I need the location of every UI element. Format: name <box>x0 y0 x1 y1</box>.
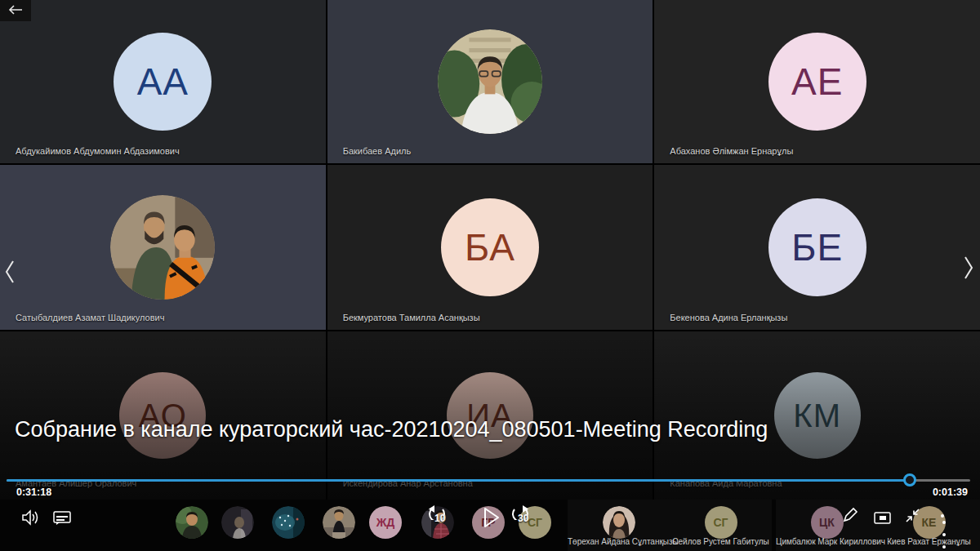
tile-kanapova: КМ Канапова Аида Маратовна <box>654 331 980 500</box>
participant-name: Сатыбалдиев Азамат Шадикулович <box>16 313 164 322</box>
captions-icon <box>53 516 71 528</box>
back-arrow-icon <box>7 4 24 18</box>
initials-text: КМ <box>793 398 841 434</box>
ellipsis-icon <box>941 514 944 518</box>
rewind-10-button[interactable]: 10 <box>426 505 459 531</box>
photo-avatar-orange-hoodie <box>110 195 215 300</box>
photo-avatar-man-palms <box>438 29 542 134</box>
initials-text: БЕ <box>791 225 843 269</box>
strip-group-kiev: КЕ Киев Рахат Ержанұлы <box>878 500 980 551</box>
back-button[interactable] <box>0 0 31 21</box>
avatar-initials: АО <box>119 372 206 459</box>
avatar-initials: БА <box>441 198 539 296</box>
initials-text: АЕ <box>791 60 843 104</box>
tile-abakhanov: АЕ Абаханов Әлімжан Ернарұлы <box>654 0 980 163</box>
video-title: Собрание в канале кураторский час-202102… <box>15 417 768 442</box>
tile-bakibaev: Бакибаев Адиль <box>327 0 653 163</box>
strip-initials-avatar: ЖД <box>369 506 402 539</box>
strip-photo-avatar <box>176 506 208 539</box>
strip-group-tsimbalyuk: ЦК Цимбалюк Марк Кириллович <box>776 500 878 551</box>
tile-abdukayimov: АА Абдукайимов Абдумомин Абдазимович <box>0 0 326 163</box>
avatar-initials: КМ <box>774 372 861 459</box>
tile-amantaev: АО Амантаев Алишер Оралович <box>0 331 326 500</box>
edit-button[interactable] <box>841 506 859 527</box>
strip-participant-name: Цимбалюк Марк Кириллович <box>776 537 878 546</box>
initials-text: ЖД <box>376 516 395 529</box>
strip-photo-avatar <box>272 506 305 539</box>
video-player: АА Абдукайимов Абдумомин Абдазимович <box>0 0 980 551</box>
player-control-bar: ЖД ГР СГ 10 <box>0 500 980 551</box>
avatar-initials: БЕ <box>768 198 866 296</box>
strip-participant-name: Киев Рахат Ержанұлы <box>878 537 980 546</box>
strip-group-seilov: СГ Сейлов Рустем Габитулы <box>670 500 772 551</box>
play-button[interactable] <box>483 507 501 531</box>
chevron-left-icon <box>4 260 16 287</box>
pencil-icon <box>841 514 859 527</box>
volume-button[interactable] <box>21 509 41 528</box>
participant-name: Бекмуратова Тамилла Асанқызы <box>343 313 480 322</box>
avatar-initials: АА <box>114 33 212 131</box>
time-elapsed: 0:31:18 <box>16 487 51 498</box>
mini-view-button[interactable] <box>874 512 891 527</box>
forward-30-button[interactable]: 30 <box>510 505 542 531</box>
picture-in-picture-icon <box>874 514 891 527</box>
strip-photo-avatar <box>323 506 355 539</box>
strip-photo-avatar <box>221 506 254 539</box>
more-options-button[interactable] <box>939 514 946 551</box>
forward-seconds-label: 30 <box>518 513 528 524</box>
progress-fill <box>7 479 910 482</box>
play-icon <box>483 518 501 531</box>
avatar-initials: АЕ <box>768 33 866 131</box>
participant-name: Абдукайимов Абдумомин Абдазимович <box>16 146 180 156</box>
strip-photo-avatar <box>603 506 635 539</box>
arrows-inward-icon <box>905 513 920 526</box>
participant-name: Бакибаев Адиль <box>343 146 412 156</box>
strip-participant-name: Сейлов Рустем Габитулы <box>670 537 772 546</box>
strip-group-torekhan: Төрехан Айдана Сұлтанқызы <box>568 500 670 551</box>
initials-text: СГ <box>713 516 728 529</box>
captions-button[interactable] <box>53 511 71 528</box>
collapse-button[interactable] <box>905 508 920 526</box>
avatar-initials: ИА <box>447 372 533 459</box>
tile-bekmuratova: БА Бекмуратова Тамилла Асанқызы <box>327 165 653 330</box>
strip-participant-name: Төрехан Айдана Сұлтанқызы <box>568 537 670 546</box>
participant-name: Абаханов Әлімжан Ернарұлы <box>670 146 793 156</box>
progress-bar[interactable] <box>7 479 970 482</box>
initials-text: ЦК <box>819 516 835 529</box>
initials-text: АА <box>137 60 189 104</box>
strip-initials-avatar: ЦК <box>811 506 844 539</box>
time-remaining: 0:01:39 <box>933 487 968 498</box>
strip-initials-avatar: СГ <box>705 506 737 539</box>
volume-icon <box>21 516 41 528</box>
chevron-right-icon <box>963 256 974 283</box>
rewind-seconds-label: 10 <box>434 513 445 524</box>
initials-text: КЕ <box>922 516 937 529</box>
participant-name: Бекенова Адина Ерланқызы <box>670 313 787 322</box>
tile-iskendirova: ИА Искендирова Анар Арстановна <box>327 331 653 500</box>
progress-scrubber[interactable] <box>903 473 916 487</box>
tile-bekenova: БЕ Бекенова Адина Ерланқызы <box>654 165 980 330</box>
initials-text: БА <box>465 225 515 269</box>
tile-satybaldiev: Сатыбалдиев Азамат Шадикулович <box>0 165 326 330</box>
